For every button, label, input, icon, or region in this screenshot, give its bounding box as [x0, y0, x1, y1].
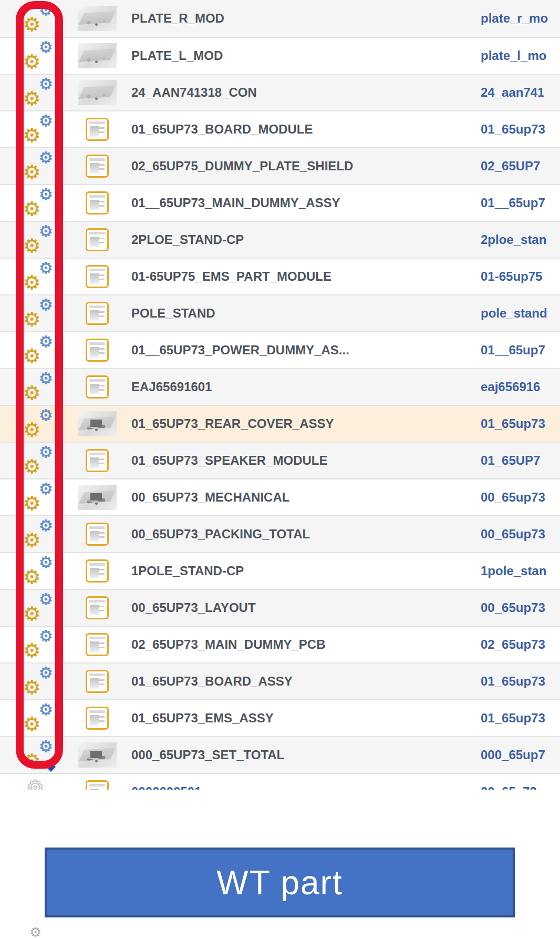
table-row[interactable]: ⚙⚙00_65UP73_PACKING_TOTAL00_65up73 — [0, 515, 560, 552]
table-row[interactable]: ⚙⚙00_65UP73_LAYOUT00_65up73 — [0, 589, 560, 626]
actions-gear-icon[interactable]: ⚙⚙ — [24, 115, 51, 144]
gear-icon: ⚙ — [23, 420, 40, 440]
table-row[interactable]: ⚙⚙1POLE_STAND-CP1pole_stan — [0, 552, 560, 589]
table-row[interactable]: ⚙⚙01_65UP73_BOARD_ASSY01_65up73 — [0, 662, 560, 699]
part-name: 00_65UP73_MECHANICAL — [131, 490, 289, 505]
part-number-link[interactable]: 00_65up73 — [481, 490, 545, 505]
table-row[interactable]: ⚙⚙PLATE_R_MODplate_r_mo — [0, 0, 560, 37]
part-number-link[interactable]: 01__65up7 — [481, 196, 545, 210]
table-row[interactable]: ⚙⚙02_65UP73_MAIN_DUMMY_PCB02_65up73 — [0, 626, 560, 662]
part-document-icon[interactable] — [86, 596, 109, 619]
table-row[interactable]: ⚙000000050100_65_73 — [0, 773, 560, 790]
actions-cell: ⚙⚙ — [0, 663, 63, 700]
actions-gear-icon[interactable]: ⚙⚙ — [24, 152, 51, 180]
part-document-icon[interactable] — [86, 449, 109, 472]
actions-gear-icon[interactable]: ⚙⚙ — [24, 4, 51, 33]
part-3d-thumbnail[interactable] — [78, 43, 117, 68]
actions-gear-icon[interactable]: ⚙⚙ — [24, 410, 51, 438]
part-document-icon[interactable] — [86, 780, 109, 790]
part-number-link[interactable]: 01_65up73 — [481, 122, 545, 137]
part-document-icon[interactable] — [86, 302, 109, 325]
part-3d-thumbnail[interactable] — [78, 411, 117, 436]
part-number-link[interactable]: 00_65up73 — [481, 527, 545, 542]
actions-gear-icon[interactable]: ⚙⚙ — [24, 336, 51, 364]
table-row[interactable]: ⚙⚙01__65UP73_MAIN_DUMMY_ASSY01__65up7 — [0, 184, 560, 221]
table-row[interactable]: ⚙⚙00_65UP73_MECHANICAL00_65up73 — [0, 478, 560, 515]
actions-gear-icon[interactable]: ⚙⚙ — [24, 667, 51, 696]
gear-icon: ⚙ — [23, 273, 40, 292]
actions-gear-icon[interactable]: ⚙⚙ — [24, 373, 51, 401]
part-document-icon[interactable] — [86, 559, 109, 583]
part-document-icon[interactable] — [86, 339, 109, 362]
part-number-link[interactable]: 01_65up73 — [481, 711, 545, 726]
part-document-icon[interactable] — [86, 118, 109, 141]
thumbnail-cell — [63, 221, 131, 258]
part-3d-thumbnail[interactable] — [78, 80, 117, 105]
part-number-link[interactable]: 01-65up75 — [481, 269, 542, 284]
part-number-link[interactable]: 1pole_stan — [481, 564, 546, 578]
table-row[interactable]: ⚙⚙◆000_65UP73_SET_TOTAL000_65up7 — [0, 736, 560, 773]
part-number-link[interactable]: 01_65UP7 — [481, 453, 540, 468]
part-number-link[interactable]: plate_l_mo — [481, 48, 546, 63]
table-row[interactable]: ⚙⚙01-65UP75_EMS_PART_MODULE01-65up75 — [0, 258, 560, 294]
part-number-link[interactable]: 24_aan741 — [481, 85, 544, 100]
actions-gear-icon[interactable]: ⚙⚙ — [24, 594, 51, 622]
actions-cell: ⚙⚙ — [0, 295, 63, 332]
part-number-link[interactable]: 02_65UP7 — [481, 159, 540, 173]
part-3d-thumbnail[interactable] — [78, 485, 117, 510]
table-row[interactable]: ⚙⚙24_AAN741318_CON24_aan741 — [0, 74, 560, 110]
part-document-icon[interactable] — [86, 670, 109, 693]
table-row[interactable]: ⚙⚙01_65UP73_REAR_COVER_ASSY01_65up73 — [0, 405, 560, 442]
table-row[interactable]: ⚙⚙PLATE_L_MODplate_l_mo — [0, 37, 560, 74]
part-number-link[interactable]: pole_stand — [481, 306, 547, 321]
table-row[interactable]: ⚙⚙01_65UP73_SPEAKER_MODULE01_65UP7 — [0, 442, 560, 478]
actions-gear-icon[interactable]: ⚙⚙ — [24, 520, 51, 548]
actions-gear-icon[interactable]: ⚙ — [24, 778, 51, 790]
part-number-link[interactable]: 00_65_73 — [481, 784, 537, 790]
part-document-icon[interactable] — [86, 228, 109, 251]
part-document-icon[interactable] — [86, 523, 109, 546]
part-number-link[interactable]: 01_65up73 — [481, 674, 545, 689]
part-3d-thumbnail[interactable] — [78, 6, 117, 31]
actions-cell: ⚙⚙ — [0, 37, 63, 74]
table-row[interactable]: ⚙⚙02_65UP75_DUMMY_PLATE_SHIELD02_65UP7 — [0, 147, 560, 184]
actions-gear-checked-out-icon[interactable]: ⚙⚙◆ — [24, 741, 51, 769]
part-number-link[interactable]: 00_65up73 — [481, 600, 545, 615]
part-name: 01_65UP73_BOARD_ASSY — [131, 674, 293, 689]
part-number-link[interactable]: eaj656916 — [481, 380, 540, 394]
actions-gear-icon[interactable]: ⚙⚙ — [24, 630, 51, 659]
part-number-link[interactable]: 02_65up73 — [481, 637, 545, 652]
actions-gear-icon[interactable]: ⚙⚙ — [24, 483, 51, 512]
actions-cell: ⚙⚙ — [0, 369, 63, 405]
part-document-icon[interactable] — [86, 633, 109, 656]
actions-gear-icon[interactable]: ⚙⚙ — [24, 189, 51, 217]
actions-gear-icon[interactable]: ⚙⚙ — [24, 262, 51, 291]
thumbnail-cell — [63, 295, 131, 332]
table-row[interactable]: ⚙⚙01_65UP73_EMS_ASSY01_65up73 — [0, 699, 560, 736]
table-row[interactable]: ⚙⚙01_65UP73_BOARD_MODULE01_65up73 — [0, 110, 560, 147]
part-document-icon[interactable] — [86, 265, 109, 288]
actions-gear-icon[interactable]: ⚙⚙ — [24, 299, 51, 328]
gear-icon: ⚙ — [23, 15, 40, 34]
part-number-link[interactable]: 01_65up73 — [481, 416, 545, 431]
part-number-link[interactable]: 000_65up7 — [481, 748, 545, 762]
part-document-icon[interactable] — [86, 707, 109, 730]
part-number-link[interactable]: 2ploe_stan — [481, 232, 546, 247]
table-row[interactable]: ⚙⚙2PLOE_STAND-CP2ploe_stan — [0, 221, 560, 258]
table-row[interactable]: ⚙⚙EAJ65691601eaj656916 — [0, 368, 560, 405]
actions-gear-icon[interactable]: ⚙⚙ — [24, 446, 51, 475]
gear-icon: ⚙ — [39, 223, 53, 239]
part-document-icon[interactable] — [86, 375, 109, 399]
part-document-icon[interactable] — [86, 191, 109, 215]
actions-gear-icon[interactable]: ⚙⚙ — [24, 557, 51, 585]
part-3d-thumbnail[interactable] — [78, 742, 117, 768]
part-document-icon[interactable] — [86, 155, 109, 178]
actions-gear-icon[interactable]: ⚙⚙ — [24, 226, 51, 254]
table-row[interactable]: ⚙⚙01__65UP73_POWER_DUMMY_AS...01__65up7 — [0, 331, 560, 368]
actions-gear-icon[interactable]: ⚙⚙ — [24, 704, 51, 732]
part-number-link[interactable]: plate_r_mo — [481, 11, 548, 26]
table-row[interactable]: ⚙⚙POLE_STANDpole_stand — [0, 294, 560, 331]
part-number-link[interactable]: 01__65up7 — [481, 343, 545, 358]
actions-gear-icon[interactable]: ⚙⚙ — [24, 42, 51, 70]
actions-gear-icon[interactable]: ⚙⚙ — [24, 78, 51, 107]
